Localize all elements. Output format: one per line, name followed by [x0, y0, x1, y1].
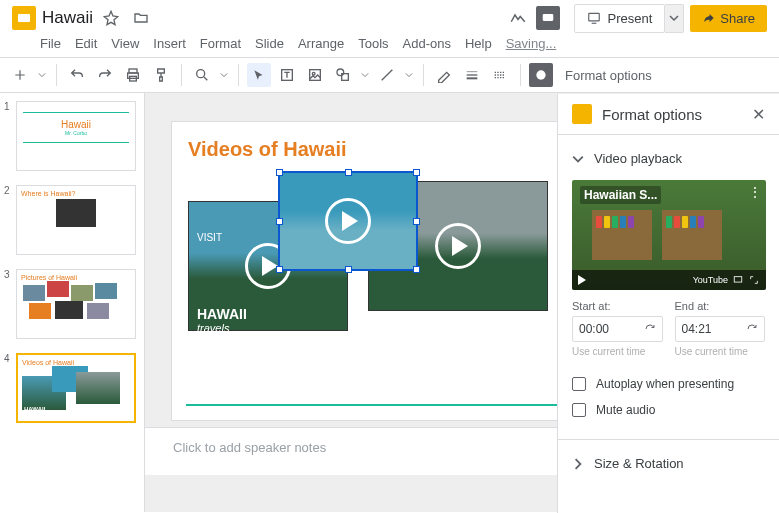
move-folder-icon[interactable]: [129, 6, 153, 30]
video-preview[interactable]: Hawaiian S... ⋮ YouTube: [572, 180, 766, 290]
select-tool[interactable]: [247, 63, 271, 87]
start-hint[interactable]: Use current time: [572, 346, 663, 357]
menu-arrange[interactable]: Arrange: [298, 36, 344, 51]
format-options-toolbar[interactable]: Format options: [557, 64, 660, 87]
preview-more-icon[interactable]: ⋮: [748, 184, 762, 200]
share-button[interactable]: Share: [690, 5, 767, 32]
menu-tools[interactable]: Tools: [358, 36, 388, 51]
textbox-tool[interactable]: [275, 63, 299, 87]
thumb-title: Videos of Hawaii: [22, 359, 130, 366]
menu-format[interactable]: Format: [200, 36, 241, 51]
thumb-number: 2: [4, 185, 10, 196]
preview-title: Hawaiian S...: [580, 186, 661, 204]
svg-rect-0: [543, 14, 554, 21]
menu-file[interactable]: File: [40, 36, 61, 51]
svg-point-5: [197, 70, 205, 78]
mute-checkbox[interactable]: Mute audio: [572, 397, 765, 423]
close-panel-button[interactable]: ✕: [752, 105, 765, 124]
border-weight-button[interactable]: [460, 63, 484, 87]
image-tool[interactable]: [303, 63, 327, 87]
slides-logo: [12, 6, 36, 30]
slide-thumbnails: 1 Hawaii Mr. Corbo 2 Where is Hawaii? 3 …: [0, 93, 145, 512]
zoom-button[interactable]: [190, 63, 214, 87]
video-playback-label: Video playback: [594, 151, 682, 166]
end-at-label: End at:: [675, 300, 766, 312]
thumb-number: 1: [4, 101, 10, 112]
reload-icon[interactable]: [746, 323, 758, 335]
size-rotation-section[interactable]: Size & Rotation: [572, 450, 765, 477]
thumb-4[interactable]: 4 Videos of Hawaii HAWAII: [6, 353, 138, 423]
format-panel-icon: [572, 104, 592, 124]
menu-help[interactable]: Help: [465, 36, 492, 51]
menu-view[interactable]: View: [111, 36, 139, 51]
saving-status: Saving...: [506, 36, 557, 51]
border-dash-button[interactable]: [488, 63, 512, 87]
line-tool[interactable]: [375, 63, 399, 87]
autoplay-label: Autoplay when presenting: [596, 377, 734, 391]
thumb-subtitle: Mr. Corbo: [21, 130, 131, 136]
autoplay-checkbox[interactable]: Autoplay when presenting: [572, 371, 765, 397]
end-at-input[interactable]: 04:21: [675, 316, 766, 342]
start-at-label: Start at:: [572, 300, 663, 312]
format-panel-title: Format options: [602, 106, 752, 123]
thumb-title: Pictures of Hawaii: [21, 274, 131, 281]
thumb-1[interactable]: 1 Hawaii Mr. Corbo: [6, 101, 138, 171]
share-label: Share: [720, 11, 755, 26]
chevron-right-icon: [572, 458, 584, 470]
present-dropdown[interactable]: [665, 4, 684, 33]
travels-label: travels: [197, 322, 229, 334]
zoom-dropdown[interactable]: [218, 63, 230, 87]
end-hint[interactable]: Use current time: [675, 346, 766, 357]
fullscreen-icon[interactable]: [748, 275, 760, 285]
svg-point-9: [337, 69, 344, 76]
redo-button[interactable]: [93, 63, 117, 87]
video-selected[interactable]: [278, 171, 418, 271]
present-label: Present: [607, 11, 652, 26]
svg-rect-12: [734, 277, 742, 282]
svg-rect-1: [589, 13, 600, 21]
hawaii-label: HAWAII: [197, 306, 247, 322]
comments-icon[interactable]: [536, 6, 560, 30]
menu-addons[interactable]: Add-ons: [403, 36, 451, 51]
undo-button[interactable]: [65, 63, 89, 87]
thumb-3[interactable]: 3 Pictures of Hawaii: [6, 269, 138, 339]
present-button[interactable]: Present: [574, 4, 665, 33]
print-button[interactable]: [121, 63, 145, 87]
chevron-down-icon: [572, 153, 584, 165]
mute-label: Mute audio: [596, 403, 655, 417]
youtube-label: YouTube: [693, 275, 728, 285]
start-at-value: 00:00: [579, 322, 640, 336]
svg-point-8: [312, 72, 315, 75]
thumb-2[interactable]: 2 Where is Hawaii?: [6, 185, 138, 255]
thumb-title: Where is Hawaii?: [21, 190, 131, 197]
format-options-panel: Format options ✕ Video playback Hawaiian…: [557, 94, 779, 513]
paint-format-button[interactable]: [149, 63, 173, 87]
play-icon: [435, 223, 481, 269]
reload-icon[interactable]: [644, 323, 656, 335]
menu-insert[interactable]: Insert: [153, 36, 186, 51]
new-slide-button[interactable]: [8, 63, 32, 87]
shape-dropdown[interactable]: [359, 63, 371, 87]
motion-button[interactable]: [529, 63, 553, 87]
checkbox-icon: [572, 403, 586, 417]
activity-icon[interactable]: [506, 6, 530, 30]
svg-point-11: [536, 70, 545, 79]
end-at-value: 04:21: [682, 322, 743, 336]
star-icon[interactable]: [99, 6, 123, 30]
menu-slide[interactable]: Slide: [255, 36, 284, 51]
play-icon: [325, 198, 371, 244]
size-rotation-label: Size & Rotation: [594, 456, 684, 471]
thumb-title: Hawaii: [21, 119, 131, 130]
thumb-number: 3: [4, 269, 10, 280]
shape-tool[interactable]: [331, 63, 355, 87]
thumb-number: 4: [4, 353, 10, 364]
cast-icon[interactable]: [732, 275, 744, 285]
preview-play-icon[interactable]: [578, 275, 586, 285]
start-at-input[interactable]: 00:00: [572, 316, 663, 342]
menu-edit[interactable]: Edit: [75, 36, 97, 51]
new-slide-dropdown[interactable]: [36, 63, 48, 87]
border-color-button[interactable]: [432, 63, 456, 87]
doc-title[interactable]: Hawaii: [42, 8, 93, 28]
video-playback-section[interactable]: Video playback: [572, 145, 765, 172]
line-dropdown[interactable]: [403, 63, 415, 87]
